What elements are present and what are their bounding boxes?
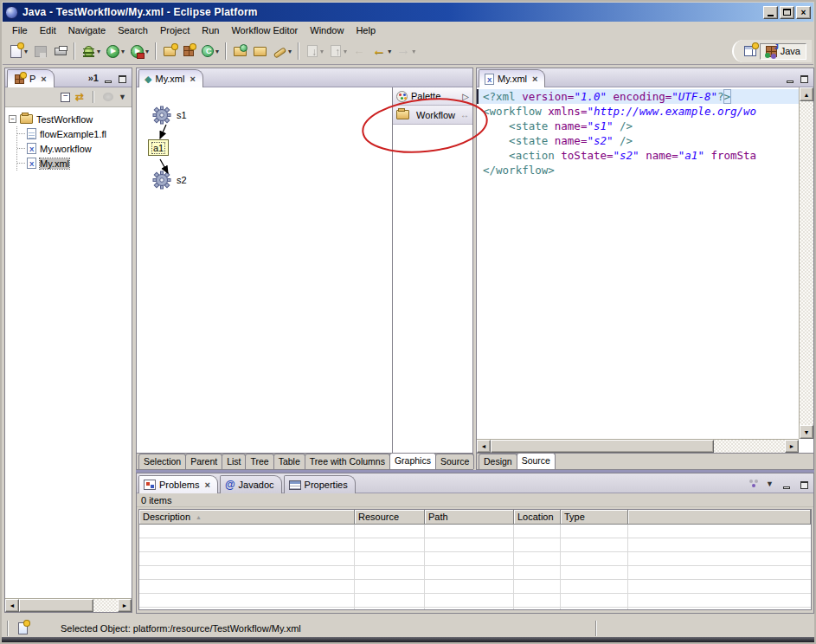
new-java-project-button[interactable] xyxy=(160,42,179,61)
tab-javadoc[interactable]: @Javadoc xyxy=(220,475,282,493)
tab-tree[interactable]: Tree xyxy=(245,454,273,469)
menu-search[interactable]: Search xyxy=(112,23,154,37)
scroll-left-icon[interactable]: ◄ xyxy=(477,440,491,453)
code-line[interactable]: </workflow> xyxy=(483,163,799,177)
view-minimize-button[interactable] xyxy=(102,74,113,83)
tree-item-project[interactable]: − TestWorkflow xyxy=(5,112,132,126)
dropdown-arrow-icon[interactable]: ▾ xyxy=(97,48,100,55)
collapse-expander-icon[interactable]: − xyxy=(9,115,16,123)
view-menu-icon[interactable]: ▼ xyxy=(119,93,126,101)
java-perspective-button[interactable]: Java xyxy=(760,43,806,60)
scroll-right-icon[interactable]: ► xyxy=(785,440,799,453)
view-minimize-button[interactable] xyxy=(781,480,792,489)
scrollbar-thumb[interactable] xyxy=(19,599,93,612)
code-line[interactable]: <state name="s2" /> xyxy=(483,133,799,148)
scroll-left-icon[interactable]: ◄ xyxy=(5,599,19,612)
new-wizard-button[interactable]: ▾ xyxy=(6,42,30,61)
debug-button[interactable]: ▾ xyxy=(79,42,103,61)
column-header-description[interactable]: Description▲ xyxy=(139,510,355,525)
tab-properties[interactable]: Properties xyxy=(284,475,356,493)
state-node-s1[interactable] xyxy=(152,106,171,125)
menu-help[interactable]: Help xyxy=(350,23,382,37)
run-button[interactable]: ▾ xyxy=(103,42,127,61)
save-button[interactable] xyxy=(30,42,51,61)
next-annotation-button[interactable]: ▾ xyxy=(303,42,326,61)
open-type-button[interactable] xyxy=(230,42,250,61)
source-hscrollbar[interactable]: ◄ ► xyxy=(477,439,799,453)
xml-source-area[interactable]: <?xml version="1.0" encoding="UTF-8"?><w… xyxy=(477,87,799,439)
menu-run[interactable]: Run xyxy=(196,23,225,37)
workflow-canvas[interactable]: s1 a1 s2 Palette ▷ xyxy=(137,87,472,453)
column-header-resource[interactable]: Resource xyxy=(355,510,425,525)
scroll-right-icon[interactable]: ► xyxy=(118,599,132,612)
window-minimize-button[interactable] xyxy=(763,6,778,19)
close-icon[interactable]: × xyxy=(41,74,46,84)
code-line[interactable]: <action toState="s2" name="a1" fromSta xyxy=(483,148,799,163)
package-explorer-tab[interactable]: P × xyxy=(7,69,55,87)
tab-source[interactable]: Source xyxy=(435,454,474,469)
java-search-button[interactable]: ▾ xyxy=(270,42,294,61)
forward-button[interactable]: ▾ xyxy=(394,42,418,61)
close-icon[interactable]: × xyxy=(190,74,195,84)
open-perspective-button[interactable] xyxy=(744,46,756,56)
menu-edit[interactable]: Edit xyxy=(34,23,62,37)
column-header-location[interactable]: Location xyxy=(514,510,561,525)
graph-editor-tab[interactable]: ◆ My.xml × xyxy=(138,69,203,87)
tab-selection[interactable]: Selection xyxy=(138,454,186,469)
tree-item-flowexample1-fl[interactable]: flowExample1.fl xyxy=(17,126,132,141)
column-header-type[interactable]: Type xyxy=(561,510,628,525)
window-close-button[interactable]: × xyxy=(796,6,811,19)
scroll-up-icon[interactable]: ▲ xyxy=(800,87,813,101)
new-class-button[interactable]: ▾ xyxy=(198,42,222,61)
tree-item-my-workflow[interactable]: My.workflow xyxy=(17,141,132,156)
scroll-down-icon[interactable]: ▼ xyxy=(800,425,813,439)
palette-drawer-workflow[interactable]: Workflow ↔ xyxy=(393,106,472,125)
dropdown-arrow-icon[interactable]: ▾ xyxy=(121,48,125,55)
tab-parent[interactable]: Parent xyxy=(185,454,222,469)
menu-window[interactable]: Window xyxy=(304,23,350,37)
pin-icon[interactable]: ↔ xyxy=(460,110,469,119)
close-icon[interactable]: × xyxy=(204,480,209,490)
link-with-editor-icon[interactable]: ⇄ xyxy=(75,91,84,103)
menu-file[interactable]: File xyxy=(6,23,34,37)
filter-icon[interactable] xyxy=(749,479,759,489)
dropdown-arrow-icon[interactable]: ▾ xyxy=(24,48,28,55)
code-line[interactable]: <workflow xmlns="http://www.example.org/… xyxy=(483,104,799,119)
column-header-path[interactable]: Path xyxy=(425,510,514,525)
collapse-all-icon[interactable] xyxy=(61,93,70,102)
dropdown-arrow-icon[interactable]: ▾ xyxy=(388,48,391,55)
tab-design[interactable]: Design xyxy=(479,454,517,469)
palette-expand-icon[interactable]: ▷ xyxy=(462,92,469,101)
view-maximize-button[interactable] xyxy=(799,480,810,489)
fast-view-icon[interactable] xyxy=(18,622,28,634)
source-editor-tab[interactable]: My.xml × xyxy=(479,69,545,87)
tab-table[interactable]: Table xyxy=(273,454,305,469)
dropdown-arrow-icon[interactable]: ▾ xyxy=(288,48,292,55)
view-minimize-button[interactable] xyxy=(784,74,795,83)
dropdown-arrow-icon[interactable]: ▾ xyxy=(145,48,149,55)
close-icon[interactable]: × xyxy=(532,74,537,84)
state-node-s2[interactable] xyxy=(152,171,171,190)
tab-list[interactable]: List xyxy=(222,454,246,469)
menu-workflow-editor[interactable]: Workflow Editor xyxy=(225,23,304,37)
source-vscrollbar[interactable]: ▲ ▼ xyxy=(799,87,813,439)
more-view-tabs-indicator[interactable]: »1 xyxy=(88,73,99,83)
problems-table-body[interactable] xyxy=(139,525,811,609)
window-maximize-button[interactable] xyxy=(780,6,794,19)
code-line[interactable]: <state name="s1" /> xyxy=(483,119,799,133)
open-resource-button[interactable] xyxy=(250,42,270,61)
scrollbar-thumb[interactable] xyxy=(491,440,714,453)
tab-tree-with-columns[interactable]: Tree with Columns xyxy=(305,454,390,469)
palette-header[interactable]: Palette ▷ xyxy=(393,87,472,106)
package-explorer-hscrollbar[interactable]: ◄ ► xyxy=(5,598,132,612)
code-line[interactable]: <?xml version="1.0" encoding="UTF-8"?> xyxy=(477,89,799,104)
dropdown-arrow-icon[interactable]: ▾ xyxy=(412,48,415,55)
menu-project[interactable]: Project xyxy=(154,23,196,37)
dropdown-arrow-icon[interactable]: ▾ xyxy=(344,48,347,55)
filters-icon[interactable] xyxy=(103,93,113,101)
last-edit-button[interactable] xyxy=(350,42,369,61)
source-code[interactable]: <?xml version="1.0" encoding="UTF-8"?><w… xyxy=(477,87,799,177)
view-maximize-button[interactable] xyxy=(799,74,810,83)
back-button[interactable]: ▾ xyxy=(369,42,394,61)
tab-source[interactable]: Source xyxy=(517,453,556,469)
